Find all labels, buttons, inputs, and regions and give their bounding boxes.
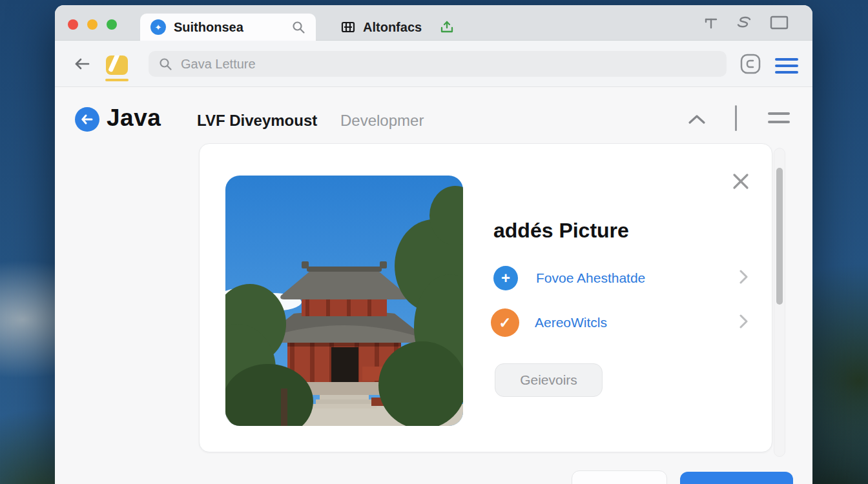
plus-circle-icon: + [493, 266, 518, 290]
chevron-right-icon[interactable] [739, 314, 748, 329]
toolbar: Gava Letture [55, 41, 812, 87]
picture-modal: addés Picture + Fovoe Ahesthatde ✓ Aereo… [199, 143, 772, 452]
bottom-primary-button[interactable] [680, 472, 793, 484]
traffic-lights [68, 19, 117, 30]
temple-photo [225, 176, 463, 426]
secondary-button[interactable]: Geievoirs [495, 363, 603, 397]
option-row-checked[interactable]: ✓ AereoWitcls [491, 308, 607, 337]
tab-overview-icon[interactable] [739, 52, 762, 76]
search-icon [159, 57, 172, 71]
menu-button[interactable] [775, 58, 798, 74]
squiggle-icon[interactable] [735, 14, 753, 31]
close-icon[interactable] [730, 171, 751, 192]
option-label: AereoWitcls [535, 315, 607, 330]
collapse-chevron-icon[interactable] [687, 114, 707, 125]
app-icon[interactable] [106, 55, 128, 75]
page-title: Java [107, 105, 161, 132]
tab-active[interactable]: ✦ Suithonsea [140, 14, 316, 41]
nav-tab-active[interactable]: LVF Diveymoust [197, 112, 317, 130]
page-back-button[interactable] [75, 107, 99, 132]
back-button[interactable] [73, 56, 91, 72]
temple-photo-illustration [225, 176, 463, 426]
tab-bar: ✦ Suithonsea Altonfacs [55, 5, 812, 41]
window-toolbar-icons [703, 14, 789, 31]
zoom-window-button[interactable] [107, 19, 117, 30]
modal-title: addés Picture [493, 219, 629, 243]
search-icon[interactable] [292, 21, 305, 34]
tab-label: Altonfacs [363, 20, 422, 35]
nav-tab-inactive[interactable]: Developmer [340, 112, 424, 130]
divider [735, 105, 737, 131]
new-window-icon[interactable] [769, 14, 789, 31]
option-row-favorite[interactable]: + Fovoe Ahesthatde [493, 266, 645, 290]
scrollbar-track[interactable] [774, 148, 785, 457]
page-content: Java LVF Diveymoust Developmer [55, 88, 812, 484]
address-bar[interactable]: Gava Letture [149, 51, 727, 77]
tab-inactive[interactable]: Altonfacs [340, 14, 455, 41]
chevron-right-icon[interactable] [739, 269, 748, 285]
app-icon-active-indicator [105, 79, 129, 81]
scrollbar-thumb[interactable] [776, 168, 783, 305]
tab-label: Suithonsea [174, 20, 243, 35]
tab-favicon-icon: ✦ [150, 19, 166, 35]
option-label: Fovoe Ahesthatde [536, 270, 645, 286]
install-tray-icon[interactable] [439, 19, 455, 35]
check-circle-icon: ✓ [491, 308, 519, 337]
url-text: Gava Letture [181, 57, 256, 72]
bottom-outline-button[interactable] [572, 470, 667, 484]
tab2-site-icon [340, 19, 356, 35]
minimize-window-button[interactable] [87, 19, 98, 30]
close-window-button[interactable] [68, 19, 78, 30]
browser-window: ✦ Suithonsea Altonfacs [55, 5, 812, 484]
list-options-icon[interactable] [768, 112, 790, 123]
share-icon[interactable] [703, 14, 719, 31]
